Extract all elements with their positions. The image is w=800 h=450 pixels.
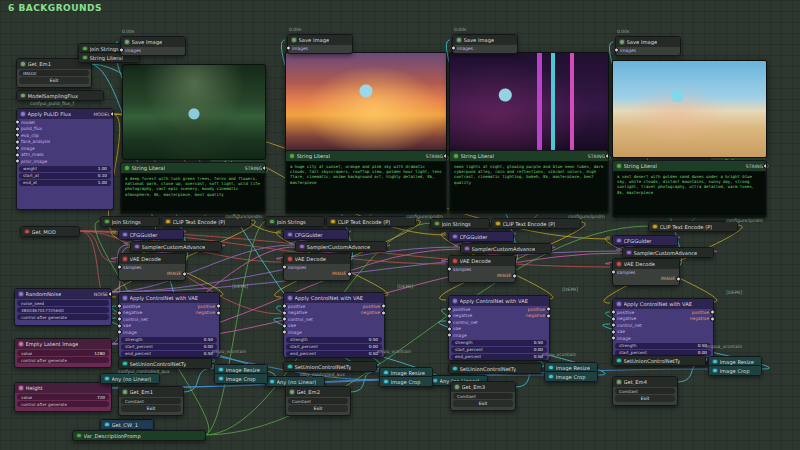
- node-collapse-dot[interactable]: [122, 256, 128, 262]
- node-collapse-dot[interactable]: [287, 295, 293, 301]
- node-collapse-dot[interactable]: [165, 219, 171, 225]
- get-em-1[interactable]: Get_Em1ConstantExit: [118, 386, 184, 416]
- output-port-negative[interactable]: [710, 316, 715, 321]
- widget-strength[interactable]: strength0.50: [615, 343, 711, 349]
- node-collapse-dot[interactable]: [122, 389, 128, 395]
- node-collapse-dot[interactable]: [122, 232, 128, 238]
- node-collapse-dot[interactable]: [124, 165, 130, 171]
- output-port-positive[interactable]: [546, 307, 551, 312]
- input-port-positive[interactable]: [611, 310, 616, 315]
- input-port-control-net[interactable]: [282, 317, 287, 322]
- node-collapse-dot[interactable]: [452, 258, 458, 264]
- node-collapse-dot[interactable]: [18, 291, 24, 297]
- cfg-guider-1[interactable]: CFGGuider: [118, 229, 184, 240]
- input-port-samples[interactable]: [117, 265, 122, 270]
- widget-constant[interactable]: Constant: [288, 398, 348, 404]
- save-image-3[interactable]: Save Imageimages: [452, 34, 518, 54]
- node-collapse-dot[interactable]: [82, 55, 88, 61]
- input-port-vae[interactable]: [117, 323, 122, 328]
- node-collapse-dot[interactable]: [383, 379, 389, 385]
- image-crop-4[interactable]: Image Crop: [708, 365, 762, 376]
- input-port-attn-mask[interactable]: [15, 152, 20, 157]
- preview-image-neon[interactable]: comfy-image-saver: [449, 52, 609, 154]
- set-union-controlnet-1[interactable]: SetUnionControlNetTy: [118, 358, 212, 369]
- widget-value[interactable]: value1280: [17, 350, 109, 356]
- get-mod[interactable]: Get_MOD: [20, 226, 80, 237]
- apply-pulid-flux[interactable]: Apply PuLID FluxMODELmodelpulid_fluxeva_…: [16, 108, 114, 210]
- node-collapse-dot[interactable]: [548, 374, 554, 380]
- node-collapse-dot[interactable]: [616, 261, 622, 267]
- save-image-1[interactable]: Save Imageimages: [120, 36, 186, 56]
- cfg-guider-4[interactable]: CFGGuider: [612, 235, 678, 246]
- node-collapse-dot[interactable]: [104, 219, 110, 225]
- preview-image-forest[interactable]: comfy-image-saver: [122, 64, 266, 160]
- exit-button[interactable]: Exit: [19, 77, 89, 84]
- input-port-positive[interactable]: [447, 307, 452, 312]
- node-collapse-dot[interactable]: [464, 246, 470, 252]
- node-collapse-dot[interactable]: [287, 364, 293, 370]
- output-port-positive[interactable]: [381, 304, 386, 309]
- join-strings-3[interactable]: Join Strings: [430, 218, 490, 229]
- input-port-negative[interactable]: [282, 310, 287, 315]
- input-port-image[interactable]: [447, 333, 452, 338]
- image-crop-3[interactable]: Image Crop: [544, 371, 598, 382]
- output-port[interactable]: [110, 112, 113, 117]
- widget-end-percent[interactable]: end_percent0.50: [451, 354, 547, 360]
- input-port-vae[interactable]: [447, 326, 452, 331]
- node-collapse-dot[interactable]: [616, 301, 622, 307]
- save-image-2[interactable]: Save Imageimages: [287, 34, 353, 54]
- preview-image-desert[interactable]: comfy-image-saver: [612, 60, 767, 158]
- image-crop-1[interactable]: Image Crop: [214, 373, 268, 384]
- model-sampling-flux[interactable]: ModelSamplingFlux: [16, 90, 104, 101]
- exit-button[interactable]: Exit: [453, 400, 513, 407]
- string-literal-1[interactable]: String LiteralSTRINGa deep forest with l…: [120, 162, 266, 214]
- widget-strength[interactable]: strength0.50: [121, 337, 217, 343]
- height-primitive[interactable]: Heightvalue720control after generate: [14, 382, 112, 412]
- clip-text-encode-4[interactable]: CLIP Text Encode (P): [648, 221, 738, 232]
- node-collapse-dot[interactable]: [495, 221, 501, 227]
- widget-image[interactable]: IMAGE: [19, 70, 89, 76]
- node-collapse-dot[interactable]: [619, 39, 625, 45]
- widget-noise-seed[interactable]: noise_seed: [17, 300, 109, 306]
- node-collapse-dot[interactable]: [616, 163, 622, 169]
- node-collapse-dot[interactable]: [269, 379, 275, 385]
- sampler-custom-advance-2[interactable]: SamplerCustomAdvance: [295, 241, 387, 252]
- node-collapse-dot[interactable]: [456, 37, 462, 43]
- exit-button[interactable]: Exit: [615, 395, 675, 402]
- apply-controlnet-3[interactable]: Apply ControlNet with VAEpositivepositiv…: [448, 295, 550, 361]
- node-collapse-dot[interactable]: [122, 361, 128, 367]
- node-collapse-dot[interactable]: [330, 219, 336, 225]
- widget-control-after-generate[interactable]: control after generate: [17, 401, 109, 407]
- input-port-image[interactable]: [15, 146, 20, 151]
- output-port-image[interactable]: [347, 271, 352, 276]
- widget-start-percent[interactable]: start_percent0.00: [121, 344, 217, 350]
- vae-decode-1[interactable]: VAE DecodesamplesIMAGE: [118, 253, 186, 281]
- vae-decode-4[interactable]: VAE DecodesamplesIMAGE: [612, 258, 680, 286]
- apply-controlnet-2[interactable]: Apply ControlNet with VAEpositivepositiv…: [283, 292, 385, 358]
- output-port-image[interactable]: [182, 271, 187, 276]
- string-literal-2[interactable]: String LiteralSTRINGa huge city at sunse…: [285, 150, 447, 214]
- node-collapse-dot[interactable]: [548, 365, 554, 371]
- widget-strength[interactable]: strength0.50: [451, 340, 547, 346]
- empty-latent-image[interactable]: Empty Latent Imagevalue1280control after…: [14, 338, 112, 368]
- input-port-image[interactable]: [611, 336, 616, 341]
- input-port-negative[interactable]: [447, 313, 452, 318]
- node-collapse-dot[interactable]: [434, 221, 440, 227]
- node-collapse-dot[interactable]: [454, 384, 460, 390]
- get-em-3[interactable]: Get_Em3ConstantExit: [450, 381, 516, 411]
- random-noise[interactable]: RandomNoiseNOISEnoise_seed38404670177256…: [14, 288, 112, 326]
- node-collapse-dot[interactable]: [291, 37, 297, 43]
- input-port-image[interactable]: [282, 330, 287, 335]
- output-port-negative[interactable]: [381, 310, 386, 315]
- node-collapse-dot[interactable]: [616, 238, 622, 244]
- node-collapse-dot[interactable]: [452, 298, 458, 304]
- input-port-control-net[interactable]: [447, 320, 452, 325]
- node-collapse-dot[interactable]: [104, 422, 110, 428]
- input-port-control-net[interactable]: [117, 317, 122, 322]
- node-collapse-dot[interactable]: [287, 256, 293, 262]
- input-port-vae[interactable]: [611, 329, 616, 334]
- node-collapse-dot[interactable]: [76, 433, 82, 439]
- clip-text-encode-2[interactable]: CLIP Text Encode (P): [326, 216, 416, 227]
- sampler-custom-advance-1[interactable]: SamplerCustomAdvance: [130, 241, 222, 252]
- output-port-image[interactable]: [512, 273, 517, 278]
